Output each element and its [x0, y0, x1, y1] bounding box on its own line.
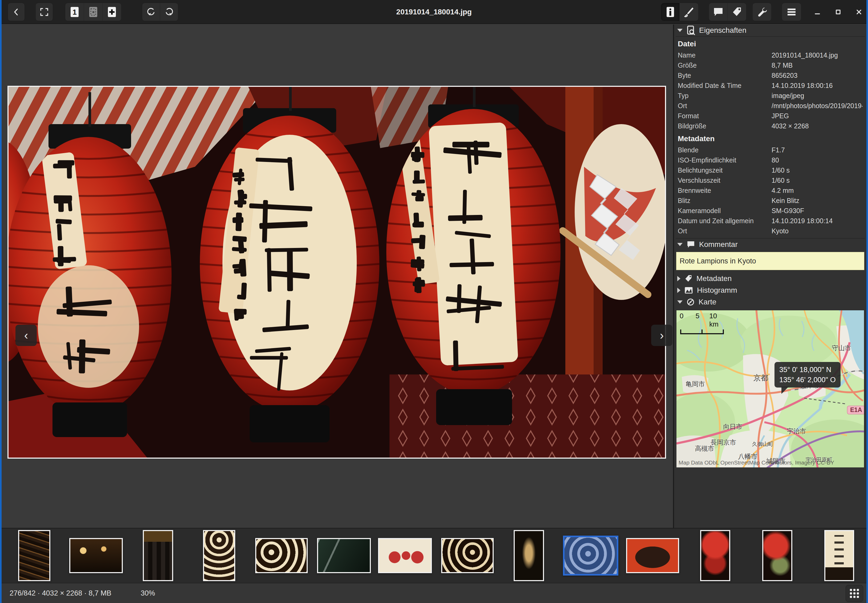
property-value: 8,7 MB — [772, 62, 863, 69]
comment-input[interactable]: Rote Lampions in Kyoto — [676, 252, 864, 270]
map-scale: 0 5 10 km — [680, 312, 727, 337]
thumbnail[interactable] — [317, 538, 371, 573]
comment-icon — [713, 7, 724, 17]
status-zoom-level: 30% — [141, 589, 155, 597]
fullscreen-button[interactable] — [36, 3, 53, 21]
coordinates-tooltip: 35° 0' 18,000" N 135° 46' 2,000" O — [775, 362, 840, 388]
group-heading-datei: Datei — [678, 38, 863, 50]
edit-panel-button[interactable] — [680, 3, 698, 21]
info-panel-button[interactable] — [661, 3, 680, 21]
thumbnail[interactable] — [378, 538, 432, 573]
property-label: Größe — [678, 62, 772, 69]
rotate-left-button[interactable] — [142, 3, 160, 21]
collapse-icon — [677, 243, 682, 246]
close-button[interactable] — [851, 3, 867, 21]
fullscreen-icon — [39, 7, 49, 17]
property-label: Datum und Zeit allgemein — [678, 217, 772, 225]
thumbnail[interactable] — [18, 530, 50, 581]
minimize-button[interactable] — [809, 3, 825, 21]
map-widget[interactable]: 0 5 10 km 亀岡市 京都 大津市 守山市 向日市 長岡京市 — [676, 310, 864, 468]
property-row: Modified Date & Time 14.10.2019 18:00:16 — [678, 80, 863, 91]
thumbnail-grid-button[interactable] — [846, 585, 863, 602]
window-accent-border-right — [866, 0, 868, 603]
section-header-kommentar[interactable]: Kommentar — [674, 239, 866, 250]
property-label: Brennweite — [678, 187, 772, 195]
panel-toggle-group — [661, 3, 699, 21]
property-label: Bildgröße — [678, 122, 772, 130]
fit-screen-icon — [88, 6, 99, 18]
rotate-right-icon — [164, 7, 175, 17]
status-position-size: 276/842 · 4032 × 2268 · 8,7 MB — [9, 589, 111, 597]
next-image-button[interactable]: › — [651, 325, 673, 346]
main-photo[interactable]: ‹ › — [8, 86, 666, 459]
collapse-icon — [677, 29, 682, 32]
property-value: image/jpeg — [772, 92, 863, 100]
thumbnail[interactable] — [700, 530, 730, 581]
menu-button[interactable] — [782, 3, 801, 21]
svg-text:1: 1 — [73, 8, 77, 16]
thumbnail[interactable] — [441, 538, 494, 573]
thumbnail[interactable] — [824, 530, 854, 581]
section-header-histogramm[interactable]: Histogramm — [674, 284, 866, 296]
property-value: 20191014_180014.jpg — [772, 51, 863, 59]
maximize-button[interactable] — [830, 3, 846, 21]
thumbnail[interactable] — [69, 538, 123, 573]
property-value: 1/60 s — [772, 176, 863, 184]
property-row: Belichtungszeit 1/60 s — [678, 165, 863, 175]
thumbnail-strip — [2, 528, 866, 583]
brush-icon — [683, 6, 695, 18]
properties-table: Datei Name 20191014_180014.jpg Größe 8,7… — [674, 37, 866, 238]
tags-button[interactable] — [727, 3, 746, 21]
thumbnail[interactable] — [143, 530, 173, 581]
zoom-in-button[interactable] — [102, 3, 121, 21]
thumbnail[interactable] — [626, 538, 679, 573]
property-row: Ort Kyoto — [678, 226, 863, 236]
thumbnail[interactable] — [514, 530, 544, 581]
thumbnail[interactable] — [255, 538, 308, 573]
thumbnail[interactable] — [563, 536, 618, 575]
property-value: /mnt/photos/photos/2019/2019-1... — [772, 102, 863, 110]
metadaten-rows: Blende F1.7 ISO-Empfindlichkeit 80 Belic… — [678, 145, 863, 236]
rotate-right-button[interactable] — [160, 3, 178, 21]
property-row: ISO-Empfindlichkeit 80 — [678, 155, 863, 165]
road-badge-e1a: E1A — [847, 406, 864, 414]
section-label: Karte — [699, 298, 716, 306]
property-row: Name 20191014_180014.jpg — [678, 50, 863, 60]
scale-bar — [680, 329, 727, 335]
property-value: 8656203 — [772, 72, 863, 79]
property-label: Name — [678, 51, 772, 59]
map-attribution: Map Data ODbL OpenStreetMap Contributors… — [679, 459, 834, 466]
scale-0: 0 — [680, 312, 696, 328]
next-icon: › — [660, 329, 664, 342]
section-label: Histogramm — [697, 286, 737, 295]
property-label: Ort — [678, 102, 772, 110]
back-button[interactable] — [8, 3, 25, 21]
thumbnail[interactable] — [203, 530, 235, 581]
property-value: Kyoto — [772, 227, 863, 235]
wrench-icon — [757, 6, 767, 18]
property-row: Verschlusszeit 1/60 s — [678, 175, 863, 186]
fit-screen-button[interactable] — [84, 3, 102, 21]
back-icon — [11, 7, 21, 17]
section-header-metadaten[interactable]: Metadaten — [674, 273, 866, 284]
longitude-text: 135° 46' 2,000" O — [779, 375, 836, 385]
property-label: Format — [678, 112, 772, 120]
scale-5: 5 — [696, 312, 709, 328]
property-value: 80 — [772, 156, 863, 164]
property-value: F1.7 — [772, 146, 863, 154]
tools-button[interactable] — [752, 3, 772, 21]
property-label: ISO-Empfindlichkeit — [678, 156, 772, 164]
section-header-eigenschaften[interactable]: Eigenschaften — [674, 25, 866, 36]
toolbar: 1 20191014_180014.jpg — [2, 0, 866, 24]
comment-button[interactable] — [709, 3, 727, 21]
property-value: SM-G930F — [772, 207, 863, 215]
zoom-100-button[interactable]: 1 — [65, 3, 84, 21]
tag-icon — [684, 274, 693, 283]
thumbnail[interactable] — [762, 530, 792, 581]
section-header-karte[interactable]: Karte — [674, 296, 866, 308]
previous-image-button[interactable]: ‹ — [15, 325, 37, 346]
group-heading-metadaten: Metadaten — [678, 133, 863, 145]
section-label: Eigenschaften — [699, 26, 746, 35]
property-label: Byte — [678, 72, 772, 79]
comment-icon — [686, 240, 695, 249]
